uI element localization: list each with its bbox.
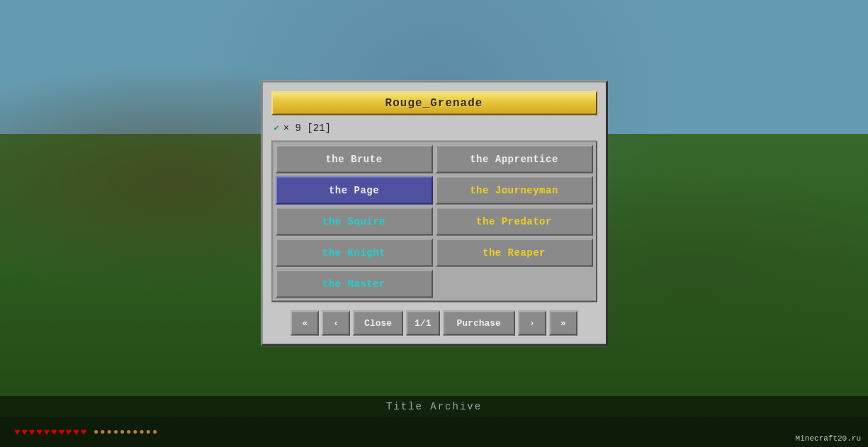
titles-grid: the Brute the Apprentice the Page the Jo… [271,140,597,302]
title-btn-page[interactable]: the Page [276,176,433,204]
food-2: ● [100,427,105,437]
heart-8: ♥ [66,426,72,438]
nav-row: « ‹ Close 1/1 Purchase › » [271,310,597,335]
food-1: ● [94,427,98,437]
minecraft-credit: Minecraft20.ru [796,434,861,443]
heart-2: ♥ [21,426,27,438]
nav-next-button[interactable]: › [518,310,546,335]
title-btn-brute[interactable]: the Brute [276,145,433,173]
food-3: ● [106,427,111,437]
hearts-container: ♥ ♥ ♥ ♥ ♥ ♥ ♥ ♥ ♥ ♥ [14,426,86,438]
food-6: ● [126,427,131,437]
currency-amount: × 9 [21] [283,122,331,133]
heart-9: ♥ [73,426,79,438]
heart-10: ♥ [81,426,86,438]
food-4: ● [113,427,118,437]
title-archive-dialog: Rouge_Grenade ✔ × 9 [21] the Brute the A… [261,80,608,346]
bottom-bar: Title Archive [0,396,868,417]
heart-7: ♥ [58,426,64,438]
heart-1: ♥ [14,426,20,438]
food-8: ● [139,427,144,437]
nav-first-button[interactable]: « [291,310,319,335]
title-btn-knight[interactable]: the Knight [276,238,433,266]
nav-prev-button[interactable]: ‹ [322,310,350,335]
page-indicator: 1/1 [406,310,439,335]
nav-last-button[interactable]: » [549,310,577,335]
heart-5: ♥ [44,426,50,438]
food-10: ● [152,427,157,437]
title-btn-master[interactable]: the Master [276,269,433,298]
title-btn-journeyman[interactable]: the Journeyman [436,176,593,204]
title-btn-reaper[interactable]: the Reaper [436,238,593,266]
purchase-button[interactable]: Purchase [443,310,515,335]
dialog-title: Rouge_Grenade [271,91,597,115]
food-7: ● [133,427,137,437]
currency-checkmark: ✔ [274,123,279,133]
heart-6: ♥ [51,426,57,438]
heart-3: ♥ [29,426,35,438]
status-bar: ♥ ♥ ♥ ♥ ♥ ♥ ♥ ♥ ♥ ♥ ● ● ● ● ● ● ● ● ● ● [0,417,868,447]
title-btn-empty [436,269,593,298]
close-button[interactable]: Close [353,310,403,335]
food-9: ● [146,427,151,437]
food-container: ● ● ● ● ● ● ● ● ● ● [94,427,157,437]
title-btn-apprentice[interactable]: the Apprentice [436,145,593,173]
heart-4: ♥ [36,426,42,438]
title-btn-squire[interactable]: the Squire [276,207,433,235]
title-btn-predator[interactable]: the Predator [436,207,593,235]
food-5: ● [120,427,125,437]
currency-row: ✔ × 9 [21] [271,122,597,133]
bottom-title-text: Title Archive [386,401,482,412]
